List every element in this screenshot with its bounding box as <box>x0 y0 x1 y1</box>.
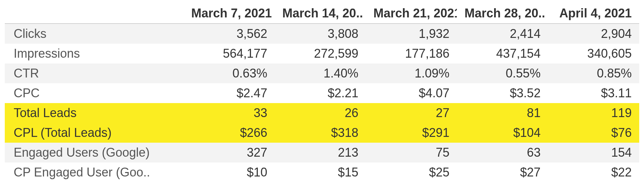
table-header-col-0: March 7, 2021 <box>184 3 275 24</box>
row-value: $10 <box>184 162 275 182</box>
table-row: CPC$2.47$2.21$4.07$3.52$3.11 <box>5 83 639 103</box>
row-label: CPC <box>5 83 184 103</box>
row-value: 213 <box>275 143 366 162</box>
row-value: 33 <box>184 103 275 123</box>
row-value: 63 <box>457 143 548 162</box>
table-header-col-2: March 21, 2021 <box>366 3 457 24</box>
row-value: 27 <box>366 103 457 123</box>
row-value: $2.21 <box>275 83 366 103</box>
table-header-blank <box>5 3 184 24</box>
row-value: $27 <box>457 162 548 182</box>
row-value: $3.52 <box>457 83 548 103</box>
row-value: $291 <box>366 123 457 143</box>
row-value: 2,414 <box>457 24 548 44</box>
row-value: 75 <box>366 143 457 162</box>
table-row: CTR0.63%1.40%1.09%0.55%0.85% <box>5 63 639 83</box>
row-value: 437,154 <box>457 44 548 63</box>
row-value: 119 <box>548 103 639 123</box>
table-row: Total Leads33262781119 <box>5 103 639 123</box>
row-label: CTR <box>5 63 184 83</box>
row-label: CPL (Total Leads) <box>5 123 184 143</box>
table-header-col-4: April 4, 2021 <box>548 3 639 24</box>
row-value: 1,932 <box>366 24 457 44</box>
row-value: 0.55% <box>457 63 548 83</box>
row-value: 340,605 <box>548 44 639 63</box>
row-value: 1.09% <box>366 63 457 83</box>
row-value: 3,562 <box>184 24 275 44</box>
row-value: $2.47 <box>184 83 275 103</box>
row-value: $266 <box>184 123 275 143</box>
row-label: Engaged Users (Google) <box>5 143 184 162</box>
row-value: 272,599 <box>275 44 366 63</box>
row-value: $76 <box>548 123 639 143</box>
row-value: 0.85% <box>548 63 639 83</box>
row-value: 564,177 <box>184 44 275 63</box>
row-value: $15 <box>275 162 366 182</box>
table-body: Clicks3,5623,8081,9322,4142,904Impressio… <box>5 24 639 182</box>
row-value: 327 <box>184 143 275 162</box>
row-value: $104 <box>457 123 548 143</box>
row-value: 0.63% <box>184 63 275 83</box>
row-value: $25 <box>366 162 457 182</box>
row-label: Clicks <box>5 24 184 44</box>
row-value: $3.11 <box>548 83 639 103</box>
table-row: Impressions564,177272,599177,186437,1543… <box>5 44 639 63</box>
row-value: 1.40% <box>275 63 366 83</box>
row-value: 81 <box>457 103 548 123</box>
table-row: Clicks3,5623,8081,9322,4142,904 <box>5 24 639 44</box>
row-value: 26 <box>275 103 366 123</box>
row-value: $318 <box>275 123 366 143</box>
row-label: CP Engaged User (Goo.. <box>5 162 184 182</box>
row-value: 177,186 <box>366 44 457 63</box>
row-value: 3,808 <box>275 24 366 44</box>
row-label: Total Leads <box>5 103 184 123</box>
row-value: 154 <box>548 143 639 162</box>
table-row: Engaged Users (Google)3272137563154 <box>5 143 639 162</box>
table-row: CP Engaged User (Goo..$10$15$25$27$22 <box>5 162 639 182</box>
row-value: 2,904 <box>548 24 639 44</box>
metrics-table-container: March 7, 2021 March 14, 20.. March 21, 2… <box>0 0 644 182</box>
row-label: Impressions <box>5 44 184 63</box>
row-value: $22 <box>548 162 639 182</box>
table-header-col-1: March 14, 20.. <box>275 3 366 24</box>
table-header-col-3: March 28, 20.. <box>457 3 548 24</box>
table-header-row: March 7, 2021 March 14, 20.. March 21, 2… <box>5 3 639 24</box>
metrics-table: March 7, 2021 March 14, 20.. March 21, 2… <box>5 3 639 182</box>
table-row: CPL (Total Leads)$266$318$291$104$76 <box>5 123 639 143</box>
row-value: $4.07 <box>366 83 457 103</box>
